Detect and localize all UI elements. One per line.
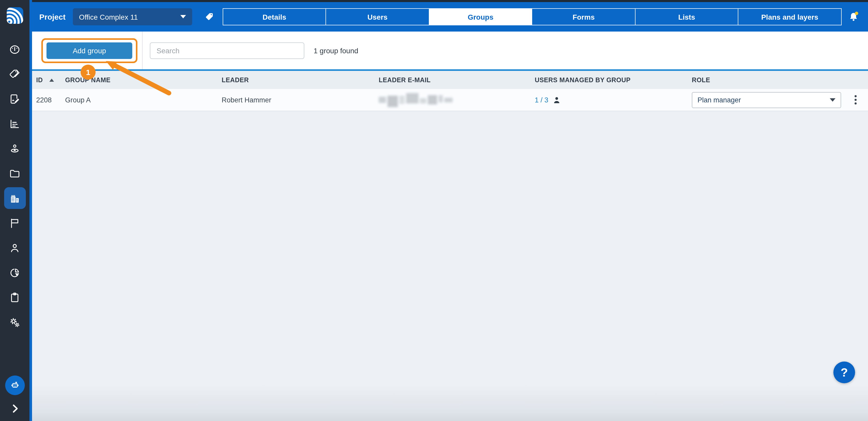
folder-icon xyxy=(9,167,21,179)
sidebar-item-projects[interactable] xyxy=(4,187,26,209)
sidebar-item-reports[interactable] xyxy=(2,260,27,285)
tab-groups[interactable]: Groups xyxy=(429,8,532,25)
project-tabs: Details Users Groups Forms Lists Plans a… xyxy=(223,8,842,25)
column-header-role[interactable]: ROLE xyxy=(692,76,843,84)
toolbar-divider xyxy=(142,32,143,69)
project-selector[interactable]: Office Complex 11 xyxy=(73,8,192,25)
cell-role: Plan manager xyxy=(692,92,843,108)
column-header-id[interactable]: ID xyxy=(36,76,65,84)
brand-logo-icon xyxy=(5,6,24,25)
users-managed-link[interactable]: 1 / 3 xyxy=(535,96,549,104)
robot-icon xyxy=(9,380,21,391)
column-header-group-name[interactable]: GROUP NAME xyxy=(65,76,222,84)
dashboard-gauge-icon xyxy=(9,43,21,55)
bell-icon xyxy=(847,10,860,23)
cell-leader-email xyxy=(379,93,535,107)
sidebar-item-person-location[interactable] xyxy=(2,136,27,161)
groups-table-header: ID GROUP NAME LEADER LEADER E-MAIL USERS… xyxy=(32,69,868,89)
flag-icon xyxy=(9,217,21,229)
app-window: Project Office Complex 11 Details Users … xyxy=(0,0,868,421)
sidebar-item-tags[interactable] xyxy=(2,61,27,86)
person-location-icon xyxy=(9,142,21,155)
chevron-down-icon xyxy=(180,15,186,19)
clipboard-icon xyxy=(9,291,21,303)
buildings-icon xyxy=(9,192,21,204)
user-icon xyxy=(9,242,21,254)
role-select[interactable]: Plan manager xyxy=(692,92,841,108)
notification-dot xyxy=(855,11,858,15)
sidebar-item-dashboard[interactable] xyxy=(2,37,27,61)
sidebar-item-tasks[interactable] xyxy=(2,285,27,310)
person-icon xyxy=(553,95,561,104)
sidebar-accent-stripe xyxy=(29,0,32,421)
sidebar xyxy=(0,0,29,421)
sidebar-footer xyxy=(5,375,25,421)
role-select-value: Plan manager xyxy=(698,96,741,104)
cell-id: 2208 xyxy=(36,96,65,104)
project-selector-value: Office Complex 11 xyxy=(79,13,138,21)
sidebar-item-flags[interactable] xyxy=(2,210,27,235)
sidebar-expand-button[interactable] xyxy=(8,402,21,415)
sidebar-item-forms[interactable] xyxy=(2,86,27,111)
topbar: Project Office Complex 11 Details Users … xyxy=(32,0,868,32)
brand-logo[interactable] xyxy=(5,6,24,27)
chevron-down-icon xyxy=(830,98,835,102)
row-menu-button[interactable] xyxy=(843,89,868,111)
cell-users-managed: 1 / 3 xyxy=(535,95,692,104)
form-edit-icon xyxy=(9,93,21,105)
sidebar-item-statistics[interactable] xyxy=(2,111,27,136)
tab-details[interactable]: Details xyxy=(223,8,326,25)
sidebar-item-settings[interactable] xyxy=(2,310,27,335)
add-group-button[interactable]: Add group xyxy=(46,42,132,59)
results-count: 1 group found xyxy=(314,46,358,55)
tab-users[interactable]: Users xyxy=(326,8,429,25)
pie-chart-icon xyxy=(9,266,21,279)
project-label: Project xyxy=(39,12,66,21)
toolbar: Add group 1 group found xyxy=(32,32,868,69)
assistant-button[interactable] xyxy=(5,375,25,395)
settings-gears-icon xyxy=(9,316,21,328)
cell-leader: Robert Hammer xyxy=(222,96,379,104)
tab-forms[interactable]: Forms xyxy=(532,8,636,25)
tags-icon xyxy=(9,68,21,80)
column-header-leader[interactable]: LEADER xyxy=(222,76,379,84)
redacted-email xyxy=(379,93,456,107)
kebab-icon xyxy=(855,95,857,97)
tab-lists[interactable]: Lists xyxy=(635,8,739,25)
table-row: 2208 Group A Robert Hammer 1 / 3 Plan ma… xyxy=(32,89,868,111)
sort-asc-icon xyxy=(49,78,54,82)
column-header-leader-email[interactable]: LEADER E-MAIL xyxy=(379,76,535,84)
column-header-users-managed[interactable]: USERS MANAGED BY GROUP xyxy=(535,76,692,84)
statistics-icon xyxy=(9,118,21,130)
sidebar-nav xyxy=(2,37,27,335)
content-canvas xyxy=(32,111,868,421)
help-button[interactable]: ? xyxy=(833,362,855,383)
sidebar-item-folders[interactable] xyxy=(2,161,27,186)
tag-icon xyxy=(205,11,215,22)
sidebar-item-users[interactable] xyxy=(2,235,27,260)
chevron-right-icon xyxy=(8,402,21,415)
project-tags-button[interactable] xyxy=(205,11,215,22)
tab-plans-and-layers[interactable]: Plans and layers xyxy=(738,8,842,25)
notifications-button[interactable] xyxy=(847,10,860,23)
search-input[interactable] xyxy=(150,42,304,59)
cell-group-name: Group A xyxy=(65,96,222,104)
